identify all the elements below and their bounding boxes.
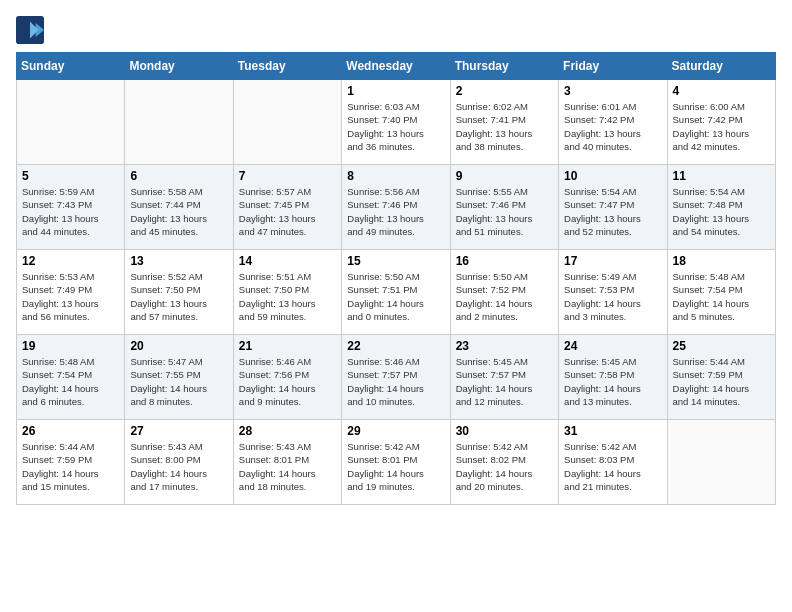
day-info: Sunrise: 5:57 AM Sunset: 7:45 PM Dayligh… [239, 185, 336, 238]
calendar-week-2: 5Sunrise: 5:59 AM Sunset: 7:43 PM Daylig… [17, 165, 776, 250]
calendar-cell [233, 80, 341, 165]
day-number: 5 [22, 169, 119, 183]
day-number: 23 [456, 339, 553, 353]
day-info: Sunrise: 6:03 AM Sunset: 7:40 PM Dayligh… [347, 100, 444, 153]
day-info: Sunrise: 5:58 AM Sunset: 7:44 PM Dayligh… [130, 185, 227, 238]
day-info: Sunrise: 5:42 AM Sunset: 8:03 PM Dayligh… [564, 440, 661, 493]
day-info: Sunrise: 5:52 AM Sunset: 7:50 PM Dayligh… [130, 270, 227, 323]
calendar-cell: 28Sunrise: 5:43 AM Sunset: 8:01 PM Dayli… [233, 420, 341, 505]
day-number: 9 [456, 169, 553, 183]
calendar-cell: 22Sunrise: 5:46 AM Sunset: 7:57 PM Dayli… [342, 335, 450, 420]
day-info: Sunrise: 5:48 AM Sunset: 7:54 PM Dayligh… [22, 355, 119, 408]
day-info: Sunrise: 5:45 AM Sunset: 7:57 PM Dayligh… [456, 355, 553, 408]
day-info: Sunrise: 5:42 AM Sunset: 8:02 PM Dayligh… [456, 440, 553, 493]
calendar-cell [125, 80, 233, 165]
calendar-cell: 13Sunrise: 5:52 AM Sunset: 7:50 PM Dayli… [125, 250, 233, 335]
day-number: 24 [564, 339, 661, 353]
day-number: 8 [347, 169, 444, 183]
calendar-cell: 2Sunrise: 6:02 AM Sunset: 7:41 PM Daylig… [450, 80, 558, 165]
day-header-thursday: Thursday [450, 53, 558, 80]
day-header-wednesday: Wednesday [342, 53, 450, 80]
day-info: Sunrise: 5:50 AM Sunset: 7:51 PM Dayligh… [347, 270, 444, 323]
day-number: 6 [130, 169, 227, 183]
day-number: 26 [22, 424, 119, 438]
day-info: Sunrise: 5:56 AM Sunset: 7:46 PM Dayligh… [347, 185, 444, 238]
calendar-body: 1Sunrise: 6:03 AM Sunset: 7:40 PM Daylig… [17, 80, 776, 505]
day-number: 18 [673, 254, 770, 268]
day-info: Sunrise: 5:55 AM Sunset: 7:46 PM Dayligh… [456, 185, 553, 238]
calendar-cell: 30Sunrise: 5:42 AM Sunset: 8:02 PM Dayli… [450, 420, 558, 505]
day-number: 13 [130, 254, 227, 268]
calendar-cell: 20Sunrise: 5:47 AM Sunset: 7:55 PM Dayli… [125, 335, 233, 420]
calendar-table: SundayMondayTuesdayWednesdayThursdayFrid… [16, 52, 776, 505]
calendar-cell: 10Sunrise: 5:54 AM Sunset: 7:47 PM Dayli… [559, 165, 667, 250]
day-info: Sunrise: 5:59 AM Sunset: 7:43 PM Dayligh… [22, 185, 119, 238]
calendar-cell: 5Sunrise: 5:59 AM Sunset: 7:43 PM Daylig… [17, 165, 125, 250]
calendar-week-5: 26Sunrise: 5:44 AM Sunset: 7:59 PM Dayli… [17, 420, 776, 505]
day-info: Sunrise: 5:54 AM Sunset: 7:48 PM Dayligh… [673, 185, 770, 238]
day-number: 28 [239, 424, 336, 438]
day-info: Sunrise: 5:48 AM Sunset: 7:54 PM Dayligh… [673, 270, 770, 323]
calendar-cell: 16Sunrise: 5:50 AM Sunset: 7:52 PM Dayli… [450, 250, 558, 335]
page-header [16, 16, 776, 44]
calendar-cell: 12Sunrise: 5:53 AM Sunset: 7:49 PM Dayli… [17, 250, 125, 335]
calendar-cell: 25Sunrise: 5:44 AM Sunset: 7:59 PM Dayli… [667, 335, 775, 420]
calendar-cell: 23Sunrise: 5:45 AM Sunset: 7:57 PM Dayli… [450, 335, 558, 420]
day-header-sunday: Sunday [17, 53, 125, 80]
calendar-cell: 6Sunrise: 5:58 AM Sunset: 7:44 PM Daylig… [125, 165, 233, 250]
day-number: 4 [673, 84, 770, 98]
day-number: 30 [456, 424, 553, 438]
day-info: Sunrise: 5:44 AM Sunset: 7:59 PM Dayligh… [22, 440, 119, 493]
day-number: 7 [239, 169, 336, 183]
day-header-saturday: Saturday [667, 53, 775, 80]
day-number: 10 [564, 169, 661, 183]
calendar-week-1: 1Sunrise: 6:03 AM Sunset: 7:40 PM Daylig… [17, 80, 776, 165]
calendar-cell [17, 80, 125, 165]
logo-icon [16, 16, 44, 44]
day-number: 12 [22, 254, 119, 268]
day-number: 19 [22, 339, 119, 353]
calendar-cell: 27Sunrise: 5:43 AM Sunset: 8:00 PM Dayli… [125, 420, 233, 505]
day-info: Sunrise: 6:00 AM Sunset: 7:42 PM Dayligh… [673, 100, 770, 153]
day-number: 31 [564, 424, 661, 438]
day-info: Sunrise: 5:46 AM Sunset: 7:57 PM Dayligh… [347, 355, 444, 408]
calendar-cell: 24Sunrise: 5:45 AM Sunset: 7:58 PM Dayli… [559, 335, 667, 420]
day-number: 17 [564, 254, 661, 268]
day-number: 21 [239, 339, 336, 353]
day-info: Sunrise: 5:43 AM Sunset: 8:00 PM Dayligh… [130, 440, 227, 493]
day-number: 2 [456, 84, 553, 98]
calendar-cell: 9Sunrise: 5:55 AM Sunset: 7:46 PM Daylig… [450, 165, 558, 250]
day-info: Sunrise: 5:49 AM Sunset: 7:53 PM Dayligh… [564, 270, 661, 323]
calendar-cell: 18Sunrise: 5:48 AM Sunset: 7:54 PM Dayli… [667, 250, 775, 335]
day-number: 11 [673, 169, 770, 183]
day-number: 25 [673, 339, 770, 353]
day-number: 15 [347, 254, 444, 268]
day-number: 1 [347, 84, 444, 98]
calendar-cell: 15Sunrise: 5:50 AM Sunset: 7:51 PM Dayli… [342, 250, 450, 335]
day-info: Sunrise: 5:46 AM Sunset: 7:56 PM Dayligh… [239, 355, 336, 408]
calendar-cell: 31Sunrise: 5:42 AM Sunset: 8:03 PM Dayli… [559, 420, 667, 505]
calendar-cell: 3Sunrise: 6:01 AM Sunset: 7:42 PM Daylig… [559, 80, 667, 165]
day-number: 20 [130, 339, 227, 353]
day-number: 3 [564, 84, 661, 98]
calendar-cell: 26Sunrise: 5:44 AM Sunset: 7:59 PM Dayli… [17, 420, 125, 505]
day-number: 29 [347, 424, 444, 438]
calendar-cell: 14Sunrise: 5:51 AM Sunset: 7:50 PM Dayli… [233, 250, 341, 335]
calendar-cell [667, 420, 775, 505]
day-info: Sunrise: 5:42 AM Sunset: 8:01 PM Dayligh… [347, 440, 444, 493]
calendar-cell: 4Sunrise: 6:00 AM Sunset: 7:42 PM Daylig… [667, 80, 775, 165]
calendar-cell: 17Sunrise: 5:49 AM Sunset: 7:53 PM Dayli… [559, 250, 667, 335]
calendar-cell: 11Sunrise: 5:54 AM Sunset: 7:48 PM Dayli… [667, 165, 775, 250]
day-header-tuesday: Tuesday [233, 53, 341, 80]
calendar-cell: 29Sunrise: 5:42 AM Sunset: 8:01 PM Dayli… [342, 420, 450, 505]
day-info: Sunrise: 5:43 AM Sunset: 8:01 PM Dayligh… [239, 440, 336, 493]
day-header-monday: Monday [125, 53, 233, 80]
calendar-cell: 19Sunrise: 5:48 AM Sunset: 7:54 PM Dayli… [17, 335, 125, 420]
day-number: 14 [239, 254, 336, 268]
day-number: 27 [130, 424, 227, 438]
day-info: Sunrise: 5:51 AM Sunset: 7:50 PM Dayligh… [239, 270, 336, 323]
day-info: Sunrise: 6:01 AM Sunset: 7:42 PM Dayligh… [564, 100, 661, 153]
day-info: Sunrise: 5:53 AM Sunset: 7:49 PM Dayligh… [22, 270, 119, 323]
day-number: 16 [456, 254, 553, 268]
day-info: Sunrise: 5:47 AM Sunset: 7:55 PM Dayligh… [130, 355, 227, 408]
